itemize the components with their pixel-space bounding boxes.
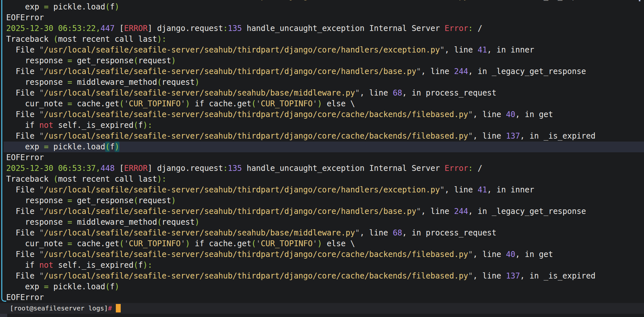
log-line: exp = pickle.load(f): [0, 2, 644, 12]
log-line: Traceback (most recent call last):: [0, 174, 644, 185]
log-line: File "/usr/local/seafile/seafile-server/…: [0, 88, 644, 98]
log-line: File "/usr/local/seafile/seafile-server/…: [0, 271, 644, 281]
log-line: EOFError: [0, 12, 644, 23]
log-line: File "/usr/local/seafile/seafile-server/…: [0, 185, 644, 195]
log-line: response = get_response(request): [0, 55, 644, 66]
shell-prompt: [root@seafileserver logs]: [0, 304, 108, 312]
log-line: 2025-12-30 06:53:37,448 [ERROR] django.r…: [0, 163, 644, 174]
terminal-window[interactable]: File "/usr/local/seafile/seafile-server/…: [0, 0, 644, 317]
terminal-cursor: [116, 304, 121, 312]
log-line: Traceback (most recent call last):: [0, 34, 644, 45]
log-line: if not self._is_expired(f):: [0, 120, 644, 131]
log-line: File "/usr/local/seafile/seafile-server/…: [0, 131, 644, 142]
log-line: response = middleware_method(request): [0, 217, 644, 228]
log-line: File "/usr/local/seafile/seafile-server/…: [0, 109, 644, 120]
log-line: File "/usr/local/seafile/seafile-server/…: [0, 228, 644, 238]
log-line: cur_note = cache.get('CUR_TOPINFO') if c…: [0, 238, 644, 249]
log-line: EOFError: [0, 152, 644, 163]
log-line: EOFError: [0, 292, 644, 303]
log-line: response = get_response(request): [0, 195, 644, 206]
prompt-row[interactable]: [root@seafileserver logs]#: [0, 303, 644, 314]
scrollbar-fragment: [639, 0, 640, 1]
log-line: File "/usr/local/seafile/seafile-server/…: [0, 206, 644, 217]
log-line: if not self._is_expired(f):: [0, 260, 644, 271]
log-line-highlighted: exp = pickle.load(f): [4, 142, 644, 152]
terminal-output: File "/usr/local/seafile/seafile-server/…: [0, 0, 644, 303]
log-line: File "/usr/local/seafile/seafile-server/…: [0, 45, 644, 55]
log-line: File "/usr/local/seafile/seafile-server/…: [0, 66, 644, 77]
log-line: exp = pickle.load(f): [0, 281, 644, 292]
prompt-hash-symbol: #: [108, 304, 112, 312]
log-line: File "/usr/local/seafile/seafile-server/…: [0, 249, 644, 260]
log-line: response = middleware_method(request): [0, 77, 644, 88]
log-line: 2025-12-30 06:53:22,447 [ERROR] django.r…: [0, 23, 644, 34]
log-line: cur_note = cache.get('CUR_TOPINFO') if c…: [0, 98, 644, 109]
